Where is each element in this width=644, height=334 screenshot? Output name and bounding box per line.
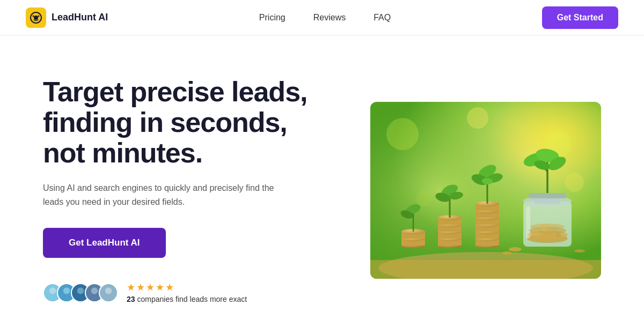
svg-point-6: [63, 287, 70, 294]
svg-point-81: [509, 247, 522, 251]
svg-point-1: [34, 16, 38, 20]
svg-point-17: [386, 118, 419, 150]
svg-point-21: [565, 173, 584, 192]
svg-point-71: [533, 230, 540, 236]
logo-text: LeadHunt AI: [52, 12, 108, 23]
svg-rect-23: [370, 260, 601, 279]
nav-link-faq[interactable]: FAQ: [374, 13, 391, 23]
proof-description: companies find leads more exact: [137, 295, 247, 303]
svg-point-5: [47, 294, 58, 302]
svg-rect-74: [526, 206, 530, 239]
svg-point-12: [105, 287, 112, 294]
svg-rect-66: [529, 193, 566, 198]
hero-section: Target precise leads, finding in seconds…: [0, 35, 644, 334]
avatar-group: [43, 283, 118, 302]
proof-text: ★★★★★ 23 companies find leads more exact: [127, 281, 247, 303]
svg-point-4: [49, 287, 56, 294]
svg-point-73: [541, 224, 548, 232]
svg-point-83: [502, 251, 512, 255]
nav-link-reviews[interactable]: Reviews: [313, 13, 346, 23]
navbar: LeadHunt AI Pricing Reviews FAQ Get Star…: [0, 0, 644, 35]
nav-links: Pricing Reviews FAQ: [259, 13, 391, 23]
svg-point-10: [91, 287, 98, 294]
hero-subtext: Using AI and search engines to quickly a…: [43, 181, 290, 209]
get-started-button[interactable]: Get Started: [542, 6, 618, 29]
svg-point-72: [555, 232, 561, 237]
svg-point-13: [103, 294, 114, 302]
logo[interactable]: LeadHunt AI: [26, 8, 108, 28]
svg-point-82: [574, 249, 585, 253]
avatar: [99, 283, 118, 302]
hero-image: [370, 102, 601, 279]
social-proof: ★★★★★ 23 companies find leads more exact: [43, 281, 333, 303]
svg-point-2: [33, 15, 34, 17]
star-rating: ★★★★★: [127, 281, 247, 293]
logo-icon: [26, 8, 46, 28]
svg-point-3: [38, 15, 40, 17]
svg-point-11: [89, 294, 100, 302]
hero-content: Target precise leads, finding in seconds…: [43, 77, 333, 304]
svg-point-9: [75, 294, 86, 302]
hero-headline: Target precise leads, finding in seconds…: [43, 77, 333, 169]
svg-point-7: [61, 294, 72, 302]
svg-point-18: [467, 107, 488, 129]
svg-point-20: [416, 190, 432, 206]
hero-cta-button[interactable]: Get LeadHunt AI: [43, 228, 166, 258]
proof-count: 23: [127, 295, 135, 303]
svg-point-8: [77, 287, 84, 294]
nav-link-pricing[interactable]: Pricing: [259, 13, 286, 23]
proof-label: 23 companies find leads more exact: [127, 295, 247, 303]
